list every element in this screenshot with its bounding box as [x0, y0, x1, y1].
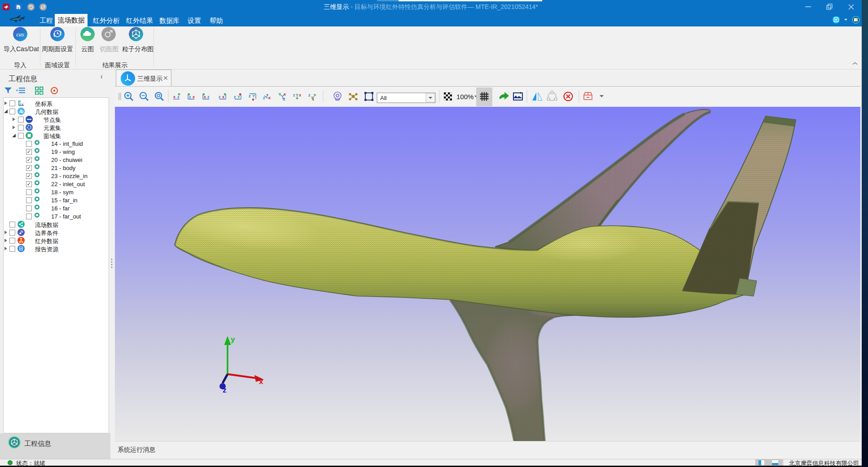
- svg-text:x: x: [268, 96, 271, 100]
- svg-text:z: z: [249, 94, 251, 98]
- svg-text:x: x: [284, 92, 286, 96]
- svg-text:x: x: [173, 95, 175, 99]
- svg-text:Y: Y: [252, 94, 255, 98]
- svg-text:All: All: [380, 95, 387, 101]
- svg-text:z: z: [308, 93, 311, 97]
- svg-text:z: z: [283, 97, 285, 101]
- svg-text:x: x: [193, 95, 195, 99]
- svg-text:x: x: [222, 95, 224, 99]
- svg-text:Y: Y: [278, 92, 281, 96]
- svg-text:x: x: [204, 95, 206, 99]
- svg-text:100%: 100%: [456, 93, 473, 100]
- svg-text:y: y: [231, 335, 235, 344]
- svg-text:z: z: [223, 386, 227, 394]
- svg-text:z: z: [189, 95, 191, 99]
- svg-text:z: z: [234, 95, 236, 99]
- svg-text:Y: Y: [237, 95, 240, 99]
- svg-text:x: x: [299, 93, 301, 97]
- svg-text:z: z: [293, 93, 295, 97]
- svg-text:x: x: [22, 103, 24, 106]
- svg-text:x: x: [259, 377, 263, 386]
- svg-text:z: z: [219, 95, 221, 99]
- svg-text:z: z: [207, 95, 210, 99]
- svg-text:cas: cas: [16, 31, 24, 38]
